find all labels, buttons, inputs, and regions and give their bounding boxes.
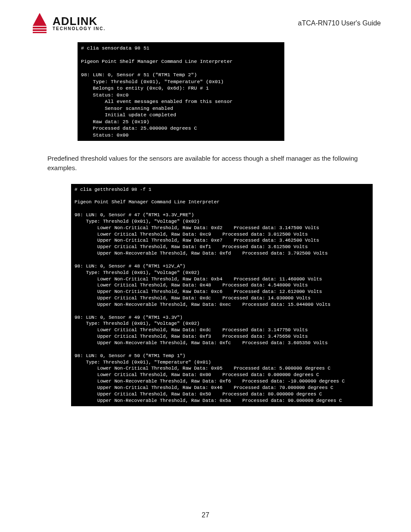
terminal-output-sensordata: # clia sensordata 98 51 Pigeon Point She…	[78, 42, 284, 141]
svg-rect-3	[33, 32, 47, 33]
logo-subtitle: TECHNOLOGY INC.	[53, 27, 106, 31]
page-number: 27	[0, 511, 411, 519]
svg-rect-1	[33, 27, 47, 28]
terminal-output-getthreshold: # clia getthreshold 98 -f 1 Pigeon Point…	[71, 184, 373, 407]
body-paragraph: Predefined threshold values for the sens…	[47, 154, 381, 173]
logo: ADLINK TECHNOLOGY INC.	[30, 13, 106, 34]
page-header: ADLINK TECHNOLOGY INC. aTCA-RN710 User's…	[30, 13, 381, 34]
document-title: aTCA-RN710 User's Guide	[298, 19, 381, 27]
adlink-logo-icon	[30, 13, 49, 34]
svg-marker-0	[33, 13, 47, 26]
logo-name: ADLINK	[53, 16, 106, 27]
svg-rect-2	[33, 29, 47, 31]
